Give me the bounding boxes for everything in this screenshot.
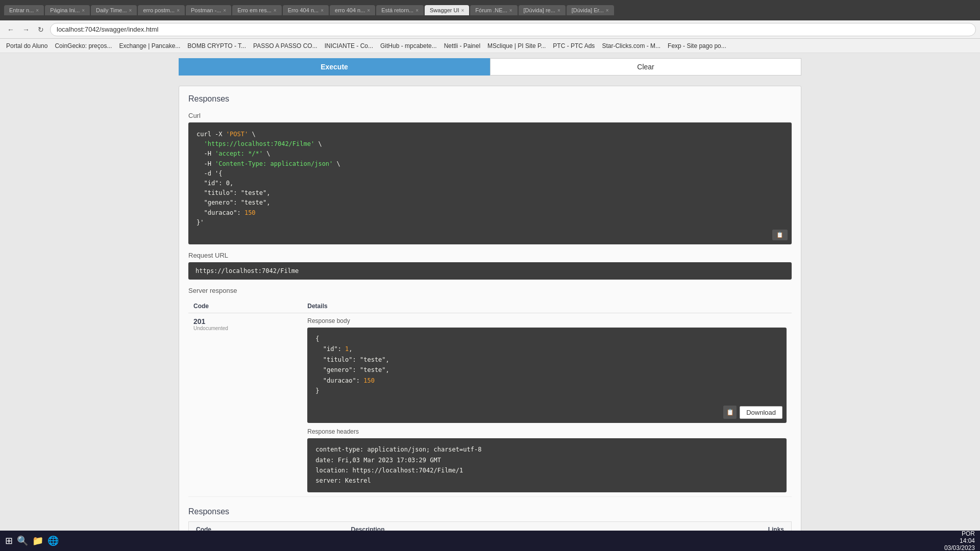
start-button[interactable]: ⊞ <box>5 535 13 546</box>
taskbar: ⊞ 🔍 📁 🌐 POR 14:04 03/03/2023 <box>0 531 980 551</box>
bookmark-item[interactable]: MSclique | PI Site P... <box>485 41 548 51</box>
copy-response-button[interactable]: 📋 <box>723 406 737 419</box>
response-details-cell: Response body { "id": 1, "titulo": "test… <box>302 313 792 497</box>
browser-tab[interactable]: Postman -... × <box>186 5 231 15</box>
server-response-label: Server response <box>188 287 792 294</box>
request-url-label: Request URL <box>188 252 792 259</box>
bookmarks-bar: Portal do AlunoCoinGecko: preços...Excha… <box>0 39 980 53</box>
undocumented-badge: Undocumented <box>193 325 297 331</box>
tab-close-icon[interactable]: × <box>461 8 464 13</box>
tab-close-icon[interactable]: × <box>509 8 512 13</box>
tab-close-icon[interactable]: × <box>36 8 39 13</box>
download-button[interactable]: Download <box>740 406 782 419</box>
response-body-code: { "id": 1, "titulo": "teste", "genero": … <box>307 328 787 423</box>
curl-copy-button[interactable]: 📋 <box>772 230 788 240</box>
tab-close-icon[interactable]: × <box>223 8 226 13</box>
tab-close-icon[interactable]: × <box>321 8 324 13</box>
execute-button[interactable]: Execute <box>179 58 490 76</box>
tab-close-icon[interactable]: × <box>606 8 609 13</box>
bookmark-item[interactable]: INICIANTE - Co... <box>323 41 375 51</box>
browser-tabs: Entrar n... ×Página Ini... ×Daily Time..… <box>4 5 976 15</box>
reload-button[interactable]: ↻ <box>35 24 47 35</box>
browser-tab[interactable]: Swagger UI × <box>425 5 469 15</box>
browser-tab[interactable]: Página Ini... × <box>45 5 90 15</box>
tab-close-icon[interactable]: × <box>557 8 560 13</box>
table-row: 201 Undocumented Response body { "id": 1… <box>188 313 792 497</box>
browser-tab[interactable]: erro postm... × <box>138 5 185 15</box>
forward-button[interactable]: → <box>19 24 33 35</box>
responses-section: Responses Curl curl -X 'POST' \ 'https:/… <box>179 86 801 551</box>
bookmark-item[interactable]: Portal do Aluno <box>4 41 50 51</box>
page-content: Execute Clear Responses Curl curl -X 'PO… <box>0 53 980 551</box>
taskbar-date: 03/03/2023 <box>944 544 975 551</box>
browser-chrome: Entrar n... ×Página Ini... ×Daily Time..… <box>0 0 980 20</box>
tab-close-icon[interactable]: × <box>129 8 132 13</box>
response-headers-code: content-type: application/json; charset=… <box>307 438 787 492</box>
curl-label: Curl <box>188 112 792 119</box>
browser-tab[interactable]: Erro em res... × <box>232 5 281 15</box>
browser-tab[interactable]: Está retorn... × <box>376 5 424 15</box>
details-column-header: Details <box>302 299 792 313</box>
tab-close-icon[interactable]: × <box>274 8 277 13</box>
file-manager-icon[interactable]: 📁 <box>32 535 43 546</box>
browser-tab[interactable]: Entrar n... × <box>4 5 44 15</box>
taskbar-time: 14:04 <box>944 537 975 544</box>
taskbar-right: POR 14:04 03/03/2023 <box>944 530 975 551</box>
bookmark-item[interactable]: Fexp - Site pago po... <box>666 41 728 51</box>
browser-icon[interactable]: 🌐 <box>47 535 59 546</box>
address-bar[interactable] <box>50 23 976 36</box>
bookmark-item[interactable]: Nettli - Painel <box>442 41 482 51</box>
swagger-wrapper: Execute Clear Responses Curl curl -X 'PO… <box>168 53 812 551</box>
responses-subtitle: Responses <box>188 507 792 516</box>
response-body-label: Response body <box>307 317 787 324</box>
response-code-cell: 201 Undocumented <box>188 313 302 497</box>
bookmark-item[interactable]: CoinGecko: preços... <box>53 41 114 51</box>
server-response-table: Code Details 201 Undocumented Response b… <box>188 299 792 497</box>
browser-tab[interactable]: Fórum .NE... × <box>470 5 517 15</box>
response-code: 201 <box>193 317 205 325</box>
bookmark-item[interactable]: Star-Clicks.com - M... <box>600 41 663 51</box>
tab-close-icon[interactable]: × <box>177 8 180 13</box>
bookmark-item[interactable]: PASSO A PASSO CO... <box>251 41 320 51</box>
tab-close-icon[interactable]: × <box>82 8 85 13</box>
browser-toolbar: ← → ↻ <box>0 20 980 39</box>
bookmark-item[interactable]: BOMB CRYPTO - T... <box>185 41 248 51</box>
taskbar-language: POR <box>944 530 975 537</box>
browser-tab[interactable]: [Dúvida] Er... × <box>567 5 614 15</box>
nav-buttons: ← → ↻ <box>4 24 47 35</box>
responses-title: Responses <box>188 94 792 104</box>
browser-tab[interactable]: Erro 404 n... × <box>283 5 329 15</box>
tab-close-icon[interactable]: × <box>367 8 370 13</box>
taskbar-left: ⊞ 🔍 📁 🌐 <box>5 535 59 546</box>
bookmark-item[interactable]: GitHub - mpcabete... <box>378 41 439 51</box>
response-headers-label: Response headers <box>307 428 787 435</box>
bookmark-item[interactable]: PTC - PTC Ads <box>551 41 597 51</box>
search-button[interactable]: 🔍 <box>17 535 28 546</box>
browser-tab[interactable]: [Dúvida] re... × <box>519 5 566 15</box>
browser-tab[interactable]: erro 404 n... × <box>330 5 375 15</box>
bookmark-item[interactable]: Exchange | Pancake... <box>117 41 182 51</box>
curl-code-block: curl -X 'POST' \ 'https://localhost:7042… <box>188 122 792 244</box>
download-area: 📋 Download <box>723 406 782 419</box>
clear-button[interactable]: Clear <box>490 58 801 76</box>
action-buttons: Execute Clear <box>179 58 801 76</box>
browser-tab[interactable]: Daily Time... × <box>91 5 137 15</box>
request-url-box: https://localhost:7042/Filme <box>188 262 792 280</box>
tab-close-icon[interactable]: × <box>415 8 419 13</box>
code-column-header: Code <box>188 299 302 313</box>
back-button[interactable]: ← <box>4 24 17 35</box>
